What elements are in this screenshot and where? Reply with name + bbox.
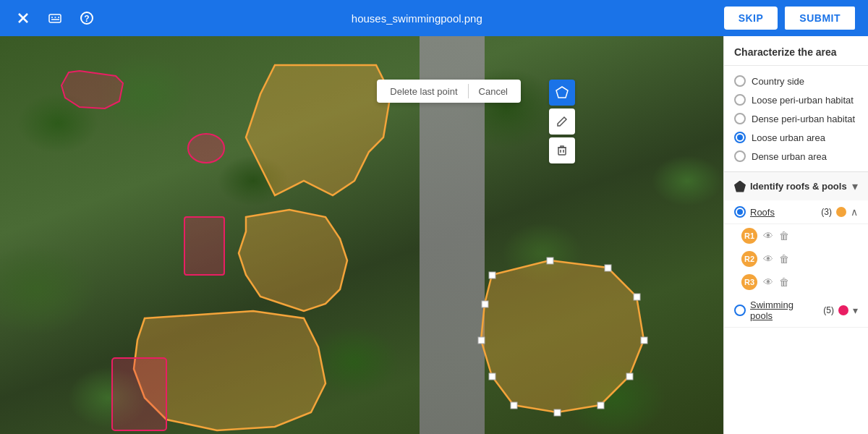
delete-polygon-button[interactable]	[549, 137, 575, 163]
roofs-count: (3)	[821, 207, 832, 217]
eye-icon-r3[interactable]: 👁	[763, 276, 773, 288]
roof-item-r2: R2 👁 🗑	[724, 247, 868, 271]
svg-rect-2	[49, 14, 61, 22]
radio-loose-urban[interactable]: Loose urban area	[734, 128, 858, 147]
roof-item-r1: R1 👁 🗑	[724, 224, 868, 247]
roof-badge-r1: R1	[741, 228, 757, 244]
roof-badge-r2: R2	[741, 251, 757, 267]
radio-dense-peri[interactable]: Dense peri-urban habitat	[734, 109, 858, 128]
roofs-label[interactable]: Roofs	[750, 207, 817, 218]
header-left-icons: ?	[0, 7, 110, 30]
skip-button[interactable]: SKIP	[724, 7, 778, 30]
identify-header[interactable]: Identify roofs & pools ▾	[724, 171, 868, 200]
help-button[interactable]: ?	[75, 7, 98, 30]
right-panel: Characterize the area Country side Loose…	[723, 36, 868, 434]
trash-icon-r2[interactable]: 🗑	[779, 253, 789, 265]
eye-icon-r2[interactable]: 👁	[763, 253, 773, 265]
radio-circle-loose-peri	[734, 94, 746, 106]
radio-label-country-side: Country side	[752, 76, 804, 87]
radio-label-dense-peri: Dense peri-urban habitat	[752, 114, 855, 124]
characterize-radio-group: Country side Loose peri-urban habitat De…	[724, 66, 868, 171]
radio-label-dense-urban: Dense urban area	[752, 151, 827, 162]
drawing-toolbar	[549, 80, 575, 163]
radio-label-loose-urban: Loose urban area	[752, 132, 825, 143]
pools-count: (5)	[823, 305, 834, 315]
header-right-buttons: SKIP SUBMIT	[724, 5, 868, 31]
svg-rect-30	[558, 148, 566, 155]
expand-roofs-icon[interactable]: ∧	[851, 206, 858, 218]
header-title: houses_swimmingpool.png	[110, 12, 724, 25]
panel-title: Characterize the area	[724, 36, 868, 66]
cancel-button[interactable]: Cancel	[475, 85, 512, 98]
radio-circle-dense-peri	[734, 113, 746, 124]
radio-circle-country-side	[734, 75, 746, 87]
polygon-draw-button[interactable]	[549, 80, 575, 106]
radio-circle-dense-urban	[734, 150, 746, 162]
roofs-category-row: Roofs (3) ∧	[724, 200, 868, 224]
roofs-color-dot	[836, 207, 846, 217]
edit-polygon-button[interactable]	[549, 109, 575, 135]
identify-title: Identify roofs & pools	[750, 181, 848, 192]
keyboard-button[interactable]	[43, 7, 67, 30]
pentagon-icon	[734, 181, 746, 192]
trash-icon-r1[interactable]: 🗑	[779, 230, 789, 242]
expand-pools-icon[interactable]: ▾	[853, 305, 858, 316]
delete-toolbar: Delete last point Cancel	[377, 80, 521, 103]
svg-text:?: ?	[84, 14, 89, 24]
trash-icon-r3[interactable]: 🗑	[779, 276, 789, 288]
pools-category-row: Swimming pools (5) ▾	[724, 294, 868, 328]
toolbar-separator	[468, 84, 469, 98]
eye-icon-r1[interactable]: 👁	[763, 230, 773, 242]
pools-radio[interactable]	[734, 305, 746, 316]
submit-button[interactable]: SUBMIT	[783, 5, 856, 31]
radio-label-loose-peri: Loose peri-urban habitat	[752, 95, 854, 106]
close-button[interactable]	[12, 7, 35, 30]
canvas-area[interactable]: Delete last point Cancel	[0, 36, 723, 434]
roof-badge-r3: R3	[741, 274, 757, 290]
header: ? houses_swimmingpool.png SKIP SUBMIT	[0, 0, 868, 36]
aerial-background	[0, 36, 723, 434]
radio-dense-urban[interactable]: Dense urban area	[734, 147, 858, 166]
chevron-down-icon: ▾	[852, 179, 858, 193]
radio-country-side[interactable]: Country side	[734, 72, 858, 90]
radio-loose-peri[interactable]: Loose peri-urban habitat	[734, 90, 858, 109]
pools-color-dot	[838, 305, 848, 315]
svg-marker-29	[556, 87, 568, 98]
roof-item-r3: R3 👁 🗑	[724, 271, 868, 294]
pools-label: Swimming pools	[750, 299, 819, 321]
roofs-radio[interactable]	[734, 206, 746, 218]
radio-circle-loose-urban	[734, 132, 746, 143]
delete-last-point-button[interactable]: Delete last point	[386, 85, 461, 98]
